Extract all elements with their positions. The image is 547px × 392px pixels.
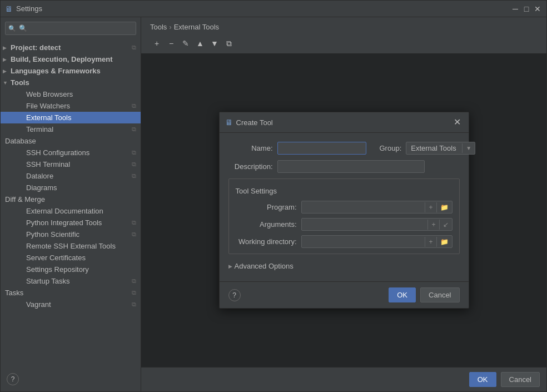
sidebar-item-build[interactable]: ▶ Build, Execution, Deployment [1, 53, 141, 65]
sidebar-item-database[interactable]: ▶ Database [1, 135, 141, 147]
sidebar-item-label: Languages & Frameworks [11, 67, 101, 75]
tool-settings-section: Tool Settings Program: + 📁 [228, 178, 460, 254]
working-dir-add-btn[interactable]: + [425, 237, 436, 247]
move-up-button[interactable]: ▲ [193, 37, 207, 50]
breadcrumb: Tools › External Tools [141, 17, 546, 34]
sidebar-item-diff-merge[interactable]: ▶ Diff & Merge [1, 193, 141, 205]
sidebar-item-file-watchers[interactable]: File Watchers ⧉ [1, 100, 141, 112]
arrow-icon: ▶ [3, 68, 11, 74]
tool-settings-header: Tool Settings [236, 187, 452, 195]
sidebar-item-settings-repo[interactable]: Settings Repository [1, 264, 141, 275]
sidebar-item-external-tools[interactable]: External Tools [1, 112, 141, 123]
create-tool-dialog: 🖥 Create Tool ✕ Name: Group: [219, 112, 469, 309]
working-dir-input-wrap: + 📁 [301, 235, 452, 248]
arguments-add-btn[interactable]: + [427, 220, 439, 230]
sidebar-item-python-scientific[interactable]: Python Scientific ⧉ [1, 229, 141, 240]
close-button[interactable]: ✕ [533, 4, 542, 13]
working-dir-input[interactable] [302, 236, 425, 247]
cancel-button[interactable]: Cancel [420, 287, 459, 302]
working-dir-browse-btn[interactable]: 📁 [436, 237, 452, 247]
move-down-button[interactable]: ▼ [208, 37, 221, 50]
group-dropdown-arrow[interactable]: ▼ [462, 143, 475, 153]
sidebar-item-ssh-terminal[interactable]: SSH Terminal ⧉ [1, 158, 141, 170]
sidebar-item-label: Terminal [26, 125, 53, 133]
edit-button[interactable]: ✎ [179, 37, 192, 50]
sidebar-item-python-integrated[interactable]: Python Integrated Tools ⧉ [1, 217, 141, 229]
sidebar-item-tasks[interactable]: ▶ Tasks ⧉ [1, 287, 141, 299]
arrow-icon: ▼ [3, 80, 11, 86]
bottom-ok-button[interactable]: OK [469, 372, 496, 387]
add-button[interactable]: + [150, 37, 163, 50]
group-value: External Tools [406, 142, 462, 154]
program-add-btn[interactable]: + [425, 202, 436, 212]
sidebar-item-startup-tasks[interactable]: Startup Tasks ⧉ [1, 275, 141, 287]
sidebar-item-project[interactable]: ▶ Project: detect ⧉ [1, 42, 141, 53]
content-area: 🖥 Create Tool ✕ Name: Group: [141, 53, 546, 367]
advanced-options-label: Advanced Options [235, 262, 294, 270]
sidebar-item-diagrams[interactable]: Diagrams [1, 182, 141, 193]
minimize-button[interactable]: ─ [511, 4, 520, 13]
maximize-button[interactable]: □ [522, 4, 531, 13]
bottom-cancel-button[interactable]: Cancel [501, 372, 540, 387]
copy-icon: ⧉ [132, 277, 136, 285]
bottom-bar: OK Cancel [141, 367, 546, 391]
description-label: Description: [228, 162, 273, 171]
app-icon: 🖥 [5, 4, 13, 13]
modal-title-left: 🖥 Create Tool [225, 118, 273, 127]
modal-title-bar: 🖥 Create Tool ✕ [220, 112, 469, 133]
arguments-input-wrap: + ↙ [301, 218, 452, 231]
modal-close-button[interactable]: ✕ [451, 117, 463, 128]
name-group-row: Name: Group: External Tools ▼ [228, 142, 460, 155]
sidebar-item-label: File Watchers [26, 102, 70, 110]
remove-button[interactable]: − [165, 37, 178, 50]
breadcrumb-separator: › [169, 23, 171, 31]
sidebar-item-web-browsers[interactable]: Web Browsers [1, 88, 141, 100]
sidebar-item-label: Datalore [26, 172, 53, 180]
copy-icon: ⧉ [132, 219, 136, 226]
sidebar-item-label: Startup Tasks [26, 277, 70, 285]
copy-button[interactable]: ⧉ [222, 37, 236, 50]
sidebar-item-label: Remote SSH External Tools [26, 242, 116, 250]
ok-button[interactable]: OK [389, 287, 416, 302]
name-input[interactable] [277, 142, 366, 155]
sidebar-item-label: SSH Configurations [26, 148, 89, 157]
settings-window: 🖥 Settings ─ □ ✕ 🔍 ▶ Project: detect ⧉ [0, 0, 547, 392]
arguments-input[interactable] [302, 219, 428, 230]
sidebar-item-external-doc[interactable]: External Documentation [1, 205, 141, 217]
working-dir-label: Working directory: [236, 237, 297, 246]
sidebar-item-tools[interactable]: ▼ Tools [1, 77, 141, 88]
advanced-options-row[interactable]: ▶ Advanced Options [228, 260, 460, 272]
search-icon: 🔍 [8, 25, 16, 32]
sidebar-item-server-certs[interactable]: Server Certificates [1, 252, 141, 264]
sidebar-item-label: Server Certificates [26, 254, 86, 262]
search-box: 🔍 [5, 22, 136, 35]
sidebar-item-datalore[interactable]: Datalore ⧉ [1, 170, 141, 182]
program-row: Program: + 📁 [236, 201, 452, 214]
sidebar-item-languages[interactable]: ▶ Languages & Frameworks [1, 65, 141, 77]
sidebar-item-label: External Tools [26, 113, 71, 122]
help-button[interactable]: ? [228, 289, 241, 301]
description-input[interactable] [277, 160, 425, 173]
sidebar-tree: ▶ Project: detect ⧉ ▶ Build, Execution, … [1, 39, 141, 391]
program-label: Program: [236, 203, 297, 211]
sidebar-item-label: Tasks [5, 289, 23, 297]
window-help-button[interactable]: ? [7, 373, 19, 385]
program-input[interactable] [302, 201, 425, 213]
sidebar-item-remote-ssh[interactable]: Remote SSH External Tools [1, 240, 141, 252]
modal-title: Create Tool [236, 118, 273, 127]
sidebar-item-ssh-configurations[interactable]: SSH Configurations ⧉ [1, 147, 141, 158]
sidebar-item-label: Diagrams [26, 183, 57, 192]
sidebar-item-label: Project: detect [11, 43, 61, 52]
help-icon-button[interactable]: ? [7, 373, 19, 385]
arguments-macro-btn[interactable]: ↙ [439, 220, 452, 230]
copy-icon: ⧉ [132, 289, 136, 296]
window-title: Settings [16, 4, 42, 13]
sidebar-item-label: Diff & Merge [5, 195, 45, 204]
sidebar-item-terminal[interactable]: Terminal ⧉ [1, 123, 141, 135]
group-select[interactable]: External Tools ▼ [406, 142, 475, 155]
advanced-arrow-icon: ▶ [228, 264, 232, 269]
program-browse-btn[interactable]: 📁 [436, 202, 452, 212]
sidebar-item-label: Vagrant [26, 300, 51, 309]
sidebar-item-vagrant[interactable]: Vagrant ⧉ [1, 299, 141, 310]
search-input[interactable] [5, 22, 136, 35]
